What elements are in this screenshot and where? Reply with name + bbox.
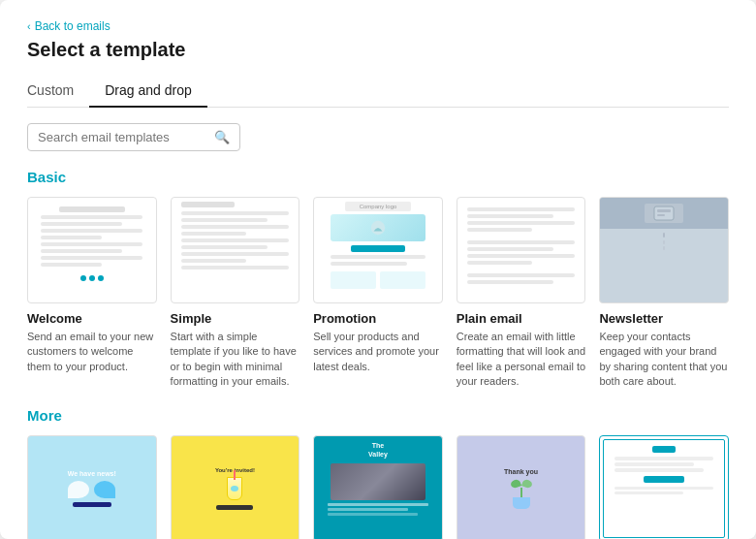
template-card-thank-you[interactable]: Thank you Thank You bbox=[457, 435, 586, 539]
ty-header-text: Thank you bbox=[504, 468, 538, 475]
template-name-simple: Simple bbox=[171, 311, 300, 326]
announce-cta-btn bbox=[73, 502, 111, 507]
template-card-newsletter[interactable]: Newsletter Keep your contacts engaged wi… bbox=[599, 197, 729, 390]
back-arrow-icon: ‹ bbox=[27, 20, 31, 32]
svg-rect-3 bbox=[657, 214, 665, 216]
ty-plant bbox=[511, 480, 532, 509]
template-name-welcome: Welcome bbox=[27, 311, 157, 326]
template-card-birthday[interactable]: Birthday bbox=[599, 435, 729, 539]
page-title: Select a template bbox=[27, 39, 729, 61]
template-thumb-newsletter bbox=[599, 197, 729, 303]
template-desc-welcome: Send an email to your new customers to w… bbox=[27, 330, 157, 374]
search-bar[interactable]: 🔍 bbox=[27, 123, 240, 151]
search-input[interactable] bbox=[38, 130, 210, 144]
basic-templates-grid: Welcome Send an email to your new custom… bbox=[27, 197, 729, 390]
section-more-title: More bbox=[27, 407, 729, 424]
back-link[interactable]: ‹ Back to emails bbox=[27, 19, 729, 33]
birthday-logo bbox=[652, 446, 676, 453]
template-desc-plain: Create an email with little formatting t… bbox=[457, 330, 586, 390]
template-thumb-welcome bbox=[27, 197, 157, 303]
page-inner: ‹ Back to emails Select a template Custo… bbox=[0, 0, 756, 539]
nl2-header-text: TheValley bbox=[368, 441, 388, 459]
template-desc-simple: Start with a simple template if you like… bbox=[171, 330, 300, 390]
welcome-logo bbox=[59, 206, 125, 212]
template-name-promotion: Promotion bbox=[313, 311, 443, 326]
event-straw bbox=[234, 470, 236, 480]
template-thumb-newsletter-2: TheValley bbox=[313, 435, 443, 539]
event-cta-btn bbox=[216, 505, 253, 510]
template-name-plain: Plain email bbox=[457, 311, 586, 326]
template-thumb-event-invitation: You're invited! bbox=[171, 435, 300, 539]
svg-rect-1 bbox=[654, 206, 674, 220]
welcome-dots bbox=[80, 275, 104, 281]
template-thumb-thank-you: Thank you bbox=[457, 435, 586, 539]
announce-header-text: We have news! bbox=[68, 470, 116, 477]
template-thumb-plain bbox=[457, 197, 586, 303]
section-basic-title: Basic bbox=[27, 169, 729, 185]
template-thumb-promotion: Company logo bbox=[313, 197, 443, 303]
promo-logo: Company logo bbox=[345, 202, 411, 211]
more-templates-grid: We have news! Announcement You're invite… bbox=[27, 435, 729, 539]
tab-custom[interactable]: Custom bbox=[27, 75, 89, 108]
tabs-bar: Custom Drag and drop bbox=[27, 75, 729, 108]
template-thumb-announcement: We have news! bbox=[27, 435, 157, 539]
template-thumb-birthday bbox=[599, 435, 729, 539]
newsletter-header bbox=[600, 198, 728, 229]
event-glass bbox=[227, 477, 242, 500]
birthday-btn bbox=[644, 476, 684, 483]
announce-bubble-left bbox=[68, 481, 89, 498]
template-name-newsletter: Newsletter bbox=[599, 311, 729, 326]
template-card-newsletter-2[interactable]: TheValley Newsletter 2 bbox=[313, 435, 443, 539]
template-card-simple[interactable]: Simple Start with a simple template if y… bbox=[171, 197, 300, 390]
nl2-image bbox=[331, 463, 425, 500]
back-link-label: Back to emails bbox=[35, 19, 110, 33]
template-desc-promotion: Sell your products and services and prom… bbox=[313, 330, 443, 374]
promo-image bbox=[331, 214, 426, 241]
tab-drag-drop[interactable]: Drag and drop bbox=[89, 75, 207, 108]
template-card-announcement[interactable]: We have news! Announcement bbox=[27, 435, 157, 539]
welcome-lines bbox=[41, 215, 142, 270]
page-container: ‹ Back to emails Select a template Custo… bbox=[0, 0, 756, 539]
template-thumb-simple bbox=[171, 197, 300, 303]
template-card-plain-email[interactable]: Plain email Create an email with little … bbox=[457, 197, 586, 390]
template-card-welcome[interactable]: Welcome Send an email to your new custom… bbox=[27, 197, 157, 390]
template-card-event-invitation[interactable]: You're invited! Event Invitation bbox=[171, 435, 300, 539]
search-icon: 🔍 bbox=[214, 130, 230, 144]
svg-rect-2 bbox=[657, 209, 671, 212]
promo-btn bbox=[351, 245, 405, 252]
announce-bubble-right bbox=[94, 481, 115, 498]
event-drink-top bbox=[231, 486, 238, 491]
template-card-promotion[interactable]: Company logo Promotion Sell your bbox=[313, 197, 443, 390]
template-desc-newsletter: Keep your contacts engaged with your bra… bbox=[599, 330, 729, 390]
